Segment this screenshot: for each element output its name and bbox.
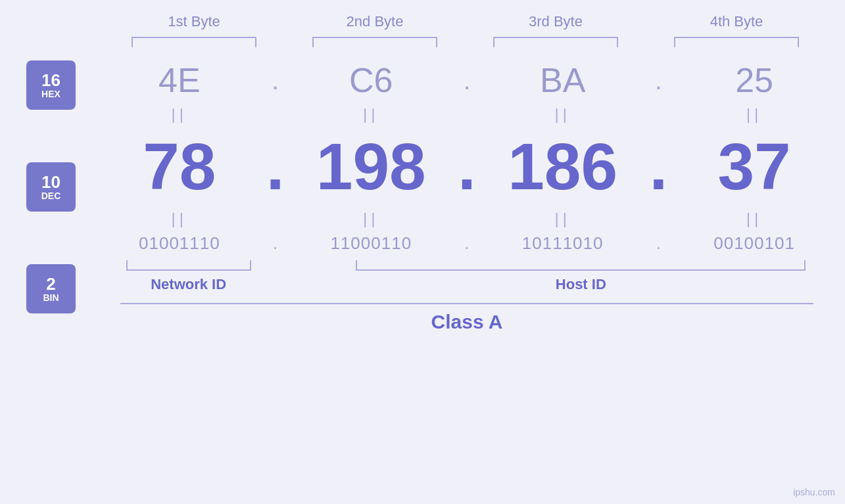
bin-val-2: 11000110: [299, 233, 443, 254]
hex-row: 4E . C6 . BA . 25: [89, 60, 845, 100]
class-section: Class A: [89, 303, 845, 333]
dot-bin-2: .: [454, 233, 480, 254]
dec-label: DEC: [41, 191, 61, 201]
dec-row: 78 . 198 . 186 . 37: [89, 129, 845, 204]
network-id-label: Network ID: [151, 276, 226, 293]
dot-dec-1: .: [262, 129, 289, 204]
byte1-header: 1st Byte: [122, 13, 266, 30]
dec-val-2: 198: [299, 129, 443, 204]
byte4-header: 4th Byte: [664, 13, 809, 30]
top-brackets: [104, 37, 827, 47]
bin-row: 01001110 . 11000110 . 10111010 . 0010010…: [89, 233, 845, 254]
dot-dec-2: .: [454, 129, 480, 204]
eq1-4: ||: [682, 105, 827, 124]
dot-dec-3: .: [645, 129, 671, 204]
hex-label: HEX: [41, 89, 60, 99]
bin-number: 2: [46, 275, 55, 294]
host-id-group: Host ID: [344, 260, 817, 293]
values-area: 4E . C6 . BA . 25 || || || || 78: [89, 60, 845, 333]
eq1-2: ||: [299, 105, 443, 124]
bin-val-3: 10111010: [491, 233, 635, 254]
class-line: [120, 303, 814, 304]
eq2-1: ||: [107, 210, 252, 228]
watermark: ipshu.com: [793, 487, 835, 497]
byte-headers: 1st Byte 2nd Byte 3rd Byte 4th Byte: [104, 13, 827, 30]
host-id-label: Host ID: [556, 276, 606, 293]
eq1-1: ||: [107, 105, 252, 124]
eq2-2: ||: [299, 210, 443, 228]
dec-val-1: 78: [107, 129, 252, 204]
dec-val-4: 37: [682, 129, 827, 204]
byte3-header: 3rd Byte: [483, 13, 628, 30]
dec-val-3: 186: [491, 129, 635, 204]
bin-val-4: 00100101: [682, 233, 827, 254]
dot-hex-1: .: [262, 66, 289, 95]
hex-val-4: 25: [682, 60, 827, 100]
bin-badge: 2 BIN: [26, 264, 76, 313]
hex-val-2: C6: [299, 60, 443, 100]
eq1-3: ||: [491, 105, 635, 124]
content-area: 16 HEX 10 DEC 2 BIN 4E . C6 . BA . 25: [0, 60, 845, 333]
eq2-3: ||: [491, 210, 635, 228]
dec-badge: 10 DEC: [26, 162, 76, 212]
hex-val-3: BA: [491, 60, 635, 100]
bracket-top-3: [493, 37, 618, 47]
equals-row-1: || || || ||: [89, 105, 845, 124]
network-id-bracket: [126, 260, 251, 271]
bracket-top-1: [132, 37, 256, 47]
bin-label: BIN: [43, 293, 59, 303]
dot-hex-2: .: [454, 66, 480, 95]
bin-val-1: 01001110: [107, 233, 252, 254]
byte2-header: 2nd Byte: [302, 13, 447, 30]
hex-number: 16: [41, 71, 60, 90]
host-id-bracket: [356, 260, 806, 271]
dot-hex-3: .: [645, 66, 671, 95]
dot-bin-3: .: [645, 233, 671, 254]
eq2-4: ||: [682, 210, 827, 228]
dot-bin-1: .: [262, 233, 289, 254]
network-id-group: Network ID: [116, 260, 261, 293]
bracket-top-4: [674, 37, 799, 47]
badges-column: 16 HEX 10 DEC 2 BIN: [26, 60, 76, 313]
hex-val-1: 4E: [107, 60, 252, 100]
main-container: 1st Byte 2nd Byte 3rd Byte 4th Byte 16 H…: [0, 0, 845, 504]
class-label: Class A: [102, 311, 832, 333]
equals-row-2: || || || ||: [89, 210, 845, 228]
bottom-bracket-section: Network ID Host ID: [89, 260, 845, 293]
dec-number: 10: [41, 173, 60, 192]
hex-badge: 16 HEX: [26, 60, 76, 110]
bracket-top-2: [312, 37, 437, 47]
